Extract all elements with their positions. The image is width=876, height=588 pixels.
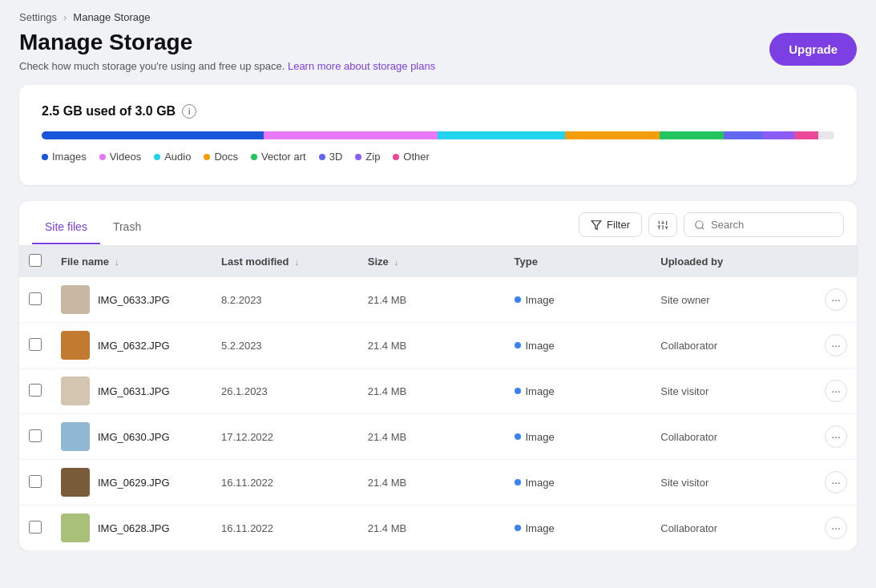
file-thumbnail — [61, 331, 90, 360]
col-header-size[interactable]: Size ↓ — [368, 256, 515, 268]
col-header-filename[interactable]: File name ↓ — [61, 256, 221, 268]
more-options-button[interactable]: ··· — [825, 288, 847, 311]
col-actions: ··· — [807, 471, 847, 493]
col-size: 21.4 MB — [368, 294, 515, 306]
breadcrumb-parent[interactable]: Settings — [19, 11, 57, 23]
breadcrumb-current: Manage Storage — [73, 11, 150, 23]
tab-trash[interactable]: Trash — [100, 214, 154, 244]
tab-site-files[interactable]: Site files — [32, 214, 100, 244]
filter-button[interactable]: Filter — [579, 212, 642, 237]
legend-label: Audio — [164, 151, 191, 163]
col-size: 21.4 MB — [368, 385, 515, 397]
col-filename: IMG_0632.JPG — [61, 331, 221, 360]
table-row: IMG_0628.JPG 16.11.2022 21.4 MB Image Co… — [19, 505, 857, 550]
col-filename: IMG_0631.JPG — [61, 377, 221, 405]
svg-marker-0 — [591, 220, 601, 229]
col-date: 5.2.2023 — [221, 340, 368, 352]
search-input[interactable] — [711, 219, 834, 231]
storage-bar — [42, 131, 834, 139]
row-checkbox-cell — [29, 384, 61, 399]
col-date: 26.1.2023 — [221, 385, 368, 397]
legend-dot — [204, 154, 210, 160]
col-date: 8.2.2023 — [221, 294, 368, 306]
columns-settings-button[interactable] — [648, 213, 677, 237]
legend-item-3d: 3D — [319, 151, 343, 163]
row-checkbox-cell — [29, 292, 61, 308]
more-options-button[interactable]: ··· — [825, 380, 847, 402]
bar-segment-docs — [565, 131, 660, 139]
row-checkbox-cell — [29, 475, 61, 490]
filename-text: IMG_0631.JPG — [98, 385, 170, 397]
row-checkbox[interactable] — [29, 521, 42, 534]
sliders-icon — [657, 219, 668, 231]
legend-label: Videos — [110, 151, 142, 163]
col-actions: ··· — [807, 425, 847, 448]
breadcrumb-separator: › — [63, 11, 67, 23]
col-uploader: Site owner — [660, 294, 807, 306]
more-options-button[interactable]: ··· — [825, 517, 847, 539]
filename-text: IMG_0633.JPG — [98, 294, 170, 306]
legend-dot — [355, 154, 361, 160]
bar-segment-zip — [763, 131, 795, 139]
col-uploader: Collaborator — [660, 522, 807, 534]
col-actions: ··· — [807, 517, 847, 539]
row-checkbox[interactable] — [29, 292, 42, 305]
type-label: Image — [526, 431, 555, 443]
table-row: IMG_0629.JPG 16.11.2022 21.4 MB Image Si… — [19, 460, 857, 505]
bar-segment-other — [794, 131, 818, 139]
more-options-button[interactable]: ··· — [825, 471, 847, 493]
col-type: Image — [515, 431, 661, 443]
breadcrumb: Settings › Manage Storage — [0, 0, 876, 30]
page-title: Manage Storage — [19, 30, 435, 55]
legend-label: Other — [403, 151, 430, 163]
info-icon[interactable]: i — [182, 104, 196, 119]
storage-plans-link[interactable]: Learn more about storage plans — [288, 60, 435, 72]
filter-icon — [591, 219, 602, 231]
row-checkbox-cell — [29, 429, 61, 445]
more-options-button[interactable]: ··· — [825, 334, 847, 356]
bar-segment-vector-art — [660, 131, 723, 139]
page-subtitle: Check how much storage you're using and … — [19, 60, 435, 72]
legend-label: Zip — [365, 151, 380, 163]
type-label: Image — [526, 294, 555, 306]
upgrade-button[interactable]: Upgrade — [769, 33, 857, 66]
row-checkbox[interactable] — [29, 429, 42, 442]
col-uploader: Site visitor — [660, 385, 807, 397]
row-checkbox[interactable] — [29, 475, 42, 488]
legend-item-docs: Docs — [204, 151, 238, 163]
table-body: IMG_0633.JPG 8.2.2023 21.4 MB Image Site… — [19, 277, 857, 550]
col-header-uploaded: Uploaded by — [660, 256, 807, 268]
col-size: 21.4 MB — [368, 431, 515, 443]
tabs-bar: Site filesTrash Filter — [19, 201, 857, 246]
col-filename: IMG_0630.JPG — [61, 422, 221, 451]
col-filename: IMG_0629.JPG — [61, 468, 221, 497]
col-size: 21.4 MB — [368, 522, 515, 534]
search-box[interactable] — [684, 212, 844, 237]
more-options-button[interactable]: ··· — [825, 425, 847, 448]
file-thumbnail — [61, 285, 90, 314]
bar-segment-images — [42, 131, 264, 139]
col-type: Image — [515, 294, 661, 306]
col-type: Image — [515, 340, 661, 352]
row-checkbox[interactable] — [29, 384, 42, 397]
col-size: 21.4 MB — [368, 477, 515, 489]
col-header-type: Type — [515, 256, 661, 268]
col-type: Image — [515, 522, 661, 534]
legend-label: Images — [52, 151, 87, 163]
col-type: Image — [515, 385, 661, 397]
files-card: Site filesTrash Filter File name ↓ Last … — [19, 201, 857, 550]
col-actions: ··· — [807, 288, 847, 311]
legend-item-videos: Videos — [99, 151, 142, 163]
row-checkbox[interactable] — [29, 338, 42, 351]
tabs-container: Site filesTrash — [32, 214, 154, 244]
legend-label: Docs — [214, 151, 238, 163]
legend-item-zip: Zip — [355, 151, 380, 163]
type-label: Image — [526, 385, 555, 397]
select-all-checkbox[interactable] — [29, 254, 42, 267]
col-header-modified[interactable]: Last modified ↓ — [221, 256, 368, 268]
filename-text: IMG_0630.JPG — [98, 431, 170, 443]
legend-label: 3D — [329, 151, 343, 163]
svg-line-11 — [702, 227, 704, 229]
col-uploader: Collaborator — [660, 340, 807, 352]
table-row: IMG_0631.JPG 26.1.2023 21.4 MB Image Sit… — [19, 369, 857, 414]
